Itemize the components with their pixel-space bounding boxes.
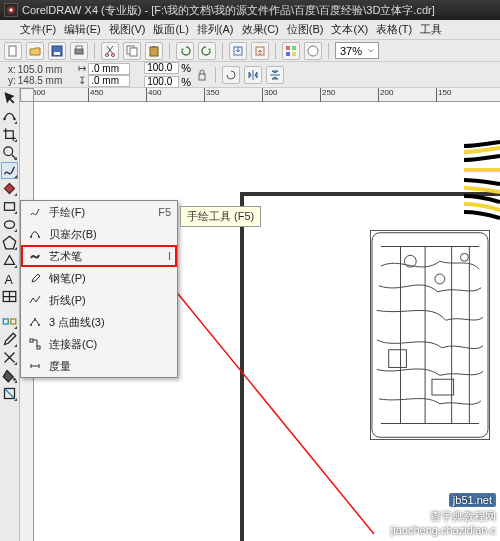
tool-shape[interactable] xyxy=(1,108,18,125)
copy-button[interactable] xyxy=(123,42,141,60)
scale-y-input[interactable] xyxy=(144,76,179,88)
tool-crop[interactable] xyxy=(1,126,18,143)
zoom-combo[interactable]: 37% xyxy=(335,42,379,59)
flyout-shortcut: F5 xyxy=(153,206,171,218)
flyout-item-polyline[interactable]: 折线(P) xyxy=(21,289,177,311)
tool-interactive-fill[interactable] xyxy=(1,385,18,402)
y-value: 148.5 mm xyxy=(18,75,62,86)
freehand-flyout: 手绘(F) F5 贝塞尔(B) 艺术笔 I 钢笔(P) 折线(P) 3 点曲线(… xyxy=(20,200,178,378)
flyout-marker-icon xyxy=(14,247,17,250)
tool-polygon[interactable] xyxy=(1,234,18,251)
width-input[interactable] xyxy=(88,63,130,75)
tool-pick[interactable] xyxy=(1,90,18,107)
lock-ratio-button[interactable] xyxy=(195,64,209,86)
rotate-button[interactable] xyxy=(222,66,240,84)
flyout-item-artistic-media[interactable]: 艺术笔 I xyxy=(21,245,177,267)
tool-ellipse[interactable] xyxy=(1,216,18,233)
separator xyxy=(275,43,276,59)
cut-button[interactable] xyxy=(101,42,119,60)
flyout-marker-icon xyxy=(14,211,17,214)
flyout-item-connector[interactable]: 连接器(C) xyxy=(21,333,177,355)
flyout-label: 度量 xyxy=(49,359,147,374)
chevron-down-icon xyxy=(366,46,376,56)
separator xyxy=(215,67,216,83)
svg-point-33 xyxy=(435,274,445,284)
tool-rectangle[interactable] xyxy=(1,198,18,215)
flyout-item-pen[interactable]: 钢笔(P) xyxy=(21,267,177,289)
import-button[interactable] xyxy=(229,42,247,60)
redo-button[interactable] xyxy=(198,42,216,60)
menu-text[interactable]: 文本(X) xyxy=(327,20,372,39)
tool-smart-fill[interactable] xyxy=(1,180,18,197)
svg-point-20 xyxy=(3,118,6,121)
svg-point-21 xyxy=(13,118,16,121)
flyout-label: 连接器(C) xyxy=(49,337,147,352)
svg-rect-15 xyxy=(292,46,296,50)
tool-eyedropper[interactable] xyxy=(1,331,18,348)
welcome-button[interactable] xyxy=(304,42,322,60)
app-icon xyxy=(4,3,18,17)
window-title: CorelDRAW X4 (专业版) - [F:\我的文档\我的源文件作品\百度… xyxy=(22,3,435,18)
flyout-marker-icon xyxy=(14,362,17,365)
flyout-item-3point-curve[interactable]: 3 点曲线(3) xyxy=(21,311,177,333)
ruler-origin[interactable] xyxy=(20,88,34,102)
svg-point-41 xyxy=(38,324,40,326)
flyout-marker-icon xyxy=(14,139,17,142)
tool-outline[interactable] xyxy=(1,349,18,366)
paste-button[interactable] xyxy=(145,42,163,60)
ruler-horizontal[interactable]: 500 450 400 350 300 250 200 150 xyxy=(20,88,500,102)
menu-view[interactable]: 视图(V) xyxy=(105,20,150,39)
tool-text[interactable]: A xyxy=(1,270,18,287)
pct-label: % xyxy=(181,76,191,88)
ruler-tick: 250 xyxy=(320,88,335,102)
tool-basic-shapes[interactable] xyxy=(1,252,18,269)
pen-icon xyxy=(27,272,43,284)
print-button[interactable] xyxy=(70,42,88,60)
scale-x-input[interactable] xyxy=(144,62,179,74)
tool-interactive-blend[interactable] xyxy=(1,313,18,330)
height-input[interactable] xyxy=(88,75,130,87)
new-button[interactable] xyxy=(4,42,22,60)
menu-file[interactable]: 文件(F) xyxy=(16,20,60,39)
separator xyxy=(94,43,95,59)
svg-point-40 xyxy=(34,318,36,320)
svg-rect-3 xyxy=(54,52,60,55)
svg-rect-16 xyxy=(286,52,290,56)
menu-edit[interactable]: 编辑(E) xyxy=(60,20,105,39)
svg-point-24 xyxy=(5,221,15,229)
tool-fill[interactable] xyxy=(1,367,18,384)
watermark: jb51.net 查字典教程网 jiaocheng.chazidian.c xyxy=(391,493,496,537)
tool-zoom[interactable] xyxy=(1,144,18,161)
menu-tools[interactable]: 工具 xyxy=(416,20,446,39)
flyout-marker-icon xyxy=(14,380,17,383)
menu-layout[interactable]: 版面(L) xyxy=(149,20,192,39)
mirror-v-button[interactable] xyxy=(266,66,284,84)
tool-freehand[interactable] xyxy=(1,162,18,179)
menu-bitmap[interactable]: 位图(B) xyxy=(283,20,328,39)
svg-rect-19 xyxy=(199,74,205,80)
width-icon: ↦ xyxy=(78,63,86,74)
ruler-tick: 350 xyxy=(204,88,219,102)
export-button[interactable] xyxy=(251,42,269,60)
flyout-marker-icon xyxy=(14,344,17,347)
menu-arrange[interactable]: 排列(A) xyxy=(193,20,238,39)
mirror-h-button[interactable] xyxy=(244,66,262,84)
menu-effects[interactable]: 效果(C) xyxy=(238,20,283,39)
tool-table[interactable] xyxy=(1,288,18,305)
flyout-item-freehand[interactable]: 手绘(F) F5 xyxy=(21,201,177,223)
flyout-label: 艺术笔 xyxy=(49,249,147,264)
app-launcher-button[interactable] xyxy=(282,42,300,60)
flyout-label: 3 点曲线(3) xyxy=(49,315,147,330)
open-button[interactable] xyxy=(26,42,44,60)
position-readout: x:105.0 mm y:148.5 mm xyxy=(8,64,62,86)
svg-rect-35 xyxy=(389,350,407,368)
flyout-item-dimension[interactable]: 度量 xyxy=(21,355,177,377)
menu-table[interactable]: 表格(T) xyxy=(372,20,416,39)
svg-point-39 xyxy=(30,324,32,326)
flyout-item-bezier[interactable]: 贝塞尔(B) xyxy=(21,223,177,245)
flyout-marker-icon xyxy=(14,265,17,268)
undo-button[interactable] xyxy=(176,42,194,60)
svg-rect-11 xyxy=(152,46,156,48)
flyout-label: 折线(P) xyxy=(49,293,147,308)
save-button[interactable] xyxy=(48,42,66,60)
